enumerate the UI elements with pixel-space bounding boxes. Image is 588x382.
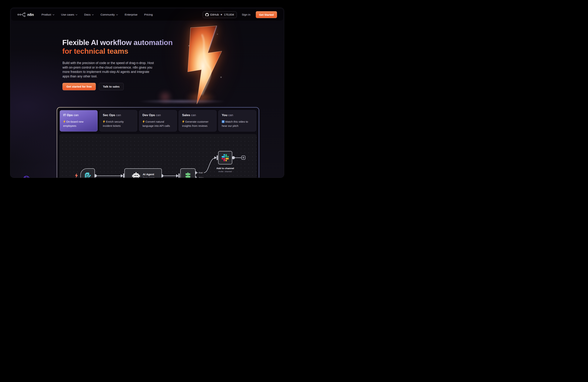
tab-sales[interactable]: Sales can Generate customer insights fro…	[179, 110, 216, 132]
lightning-icon	[143, 120, 145, 124]
n8n-logo-icon	[17, 12, 26, 17]
ai-agent-title: AI Agent	[143, 173, 154, 176]
tab-dev-ops[interactable]: Dev Ops can Convert natural language int…	[139, 110, 177, 132]
talk-to-sales-button[interactable]: Talk to sales	[99, 83, 124, 90]
github-label: GitHub	[210, 13, 219, 16]
trigger-pulse-icon	[75, 173, 78, 178]
site-window: n8n Product Use cases Docs Community	[10, 8, 284, 178]
tab-you[interactable]: You can Watch this video to hear our pit…	[218, 110, 256, 132]
hero-description: Build with the precision of code or the …	[63, 61, 154, 78]
lightning-icon	[103, 120, 105, 124]
nav-item-use-cases[interactable]: Use cases	[61, 13, 78, 16]
hero-title: Flexible AI workflow automation for tech…	[62, 38, 172, 56]
workflow-canvas[interactable]: On 'Create User' form	[59, 134, 256, 178]
github-star-count: 170,834	[224, 13, 234, 16]
output-label-false: false	[199, 176, 204, 178]
node-slack-add-to-channel[interactable]	[218, 151, 232, 164]
nav-menu: Product Use cases Docs Community Enterpr…	[42, 13, 153, 16]
github-stars-button[interactable]: GitHub ★ 170,834	[203, 11, 237, 18]
star-icon: ★	[220, 13, 223, 16]
chevron-down-icon	[52, 14, 55, 15]
brand-name: n8n	[27, 13, 34, 17]
node-ai-agent[interactable]: AI Agent Tools Agent	[124, 168, 162, 178]
form-trigger-icon	[84, 172, 91, 178]
cookie-settings-button[interactable]	[23, 176, 30, 178]
output-label-true: true	[199, 172, 203, 174]
tab-sec-ops[interactable]: Sec Ops can Enrich security incident tic…	[99, 110, 137, 132]
robot-icon	[132, 172, 140, 178]
node-sublabel-slack: invite: channel	[209, 170, 242, 172]
nav-item-product[interactable]: Product	[42, 13, 54, 16]
workflow-showcase-panel: IT Ops can On-board new employees Sec Op…	[57, 107, 259, 178]
play-video-icon	[222, 120, 225, 124]
ai-agent-subtitle: Tools Agent	[143, 176, 154, 178]
sign-in-link[interactable]: Sign in	[242, 13, 250, 16]
node-create-user-form-trigger[interactable]	[80, 168, 95, 178]
nav-item-pricing[interactable]: Pricing	[144, 13, 153, 16]
chevron-down-icon	[76, 14, 78, 15]
nav-item-enterprise[interactable]: Enterprise	[125, 13, 138, 16]
lightning-bolt-hero-image	[178, 24, 236, 106]
nav-item-docs[interactable]: Docs	[84, 13, 94, 16]
signpost-icon	[184, 172, 192, 178]
chevron-down-icon	[92, 14, 94, 15]
get-started-free-button[interactable]: Get started for free	[63, 83, 96, 90]
slack-icon	[222, 154, 229, 161]
lightning-icon	[63, 120, 65, 124]
get-started-button[interactable]: Get Started	[256, 11, 277, 18]
hero-title-line1: Flexible AI workflow automation	[62, 38, 172, 47]
hero-title-line2: for technical teams	[62, 47, 172, 56]
nav-item-community[interactable]: Community	[101, 13, 118, 16]
tab-it-ops[interactable]: IT Ops can On-board new employees	[60, 110, 98, 132]
top-navigation: n8n Product Use cases Docs Community	[11, 9, 283, 21]
github-icon	[205, 13, 209, 17]
node-label-slack: Add to channel	[209, 167, 242, 170]
persona-tabs: IT Ops can On-board new employees Sec Op…	[60, 110, 256, 132]
n8n-logo[interactable]: n8n	[17, 12, 34, 17]
node-is-manager[interactable]	[180, 168, 195, 178]
chevron-down-icon	[116, 14, 118, 15]
lightning-icon	[182, 120, 185, 124]
